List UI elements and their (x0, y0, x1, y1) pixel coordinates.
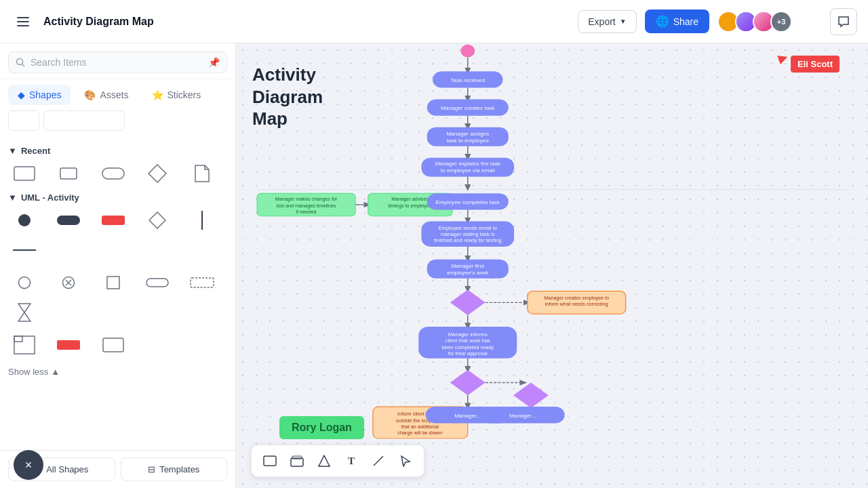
shape-pill[interactable] (97, 160, 130, 187)
svg-text:inform what needs correcting: inform what needs correcting (545, 302, 608, 307)
svg-text:manager stating task is: manager stating task is (441, 231, 495, 237)
recent-label: Recent (21, 146, 50, 156)
recent-section-header[interactable]: ▼ Recent (8, 146, 227, 156)
avatar-count[interactable]: +3 (770, 11, 792, 33)
svg-text:Manager assigns: Manager assigns (446, 131, 489, 137)
toolbar-select-button[interactable] (393, 449, 418, 473)
svg-rect-90 (264, 456, 276, 466)
export-label: Export (588, 16, 615, 27)
toolbar-shape-button[interactable] (311, 449, 337, 473)
svg-rect-56 (421, 221, 514, 246)
shape-square-sm[interactable] (97, 269, 130, 296)
svg-marker-21 (18, 304, 31, 321)
shape-circle-fill[interactable] (8, 207, 41, 234)
svg-text:Manager...: Manager... (454, 413, 481, 419)
shape-page[interactable] (186, 160, 218, 187)
show-less-button[interactable]: Show less ▲ (8, 364, 227, 382)
tab-shapes-label: Shapes (29, 89, 61, 100)
search-icon (16, 58, 25, 67)
filter-btn-2[interactable] (43, 110, 125, 131)
shape-vbar[interactable] (186, 207, 218, 234)
toolbar-stack-button[interactable] (284, 449, 310, 473)
shape-rect-dash[interactable] (186, 269, 218, 296)
svg-marker-65 (450, 290, 486, 315)
templates-label: Templates (159, 464, 199, 474)
svg-rect-49 (368, 193, 452, 216)
svg-rect-39 (421, 158, 514, 177)
svg-rect-22 (14, 336, 35, 354)
search-row: 📌 (8, 52, 227, 73)
page-title: Activity Diagram Map (43, 16, 570, 28)
shape-pill-sm[interactable] (141, 269, 174, 296)
tab-shapes[interactable]: ◆ Shapes (8, 85, 71, 105)
show-less-label: Show less (8, 367, 48, 377)
tab-assets[interactable]: 🎨 Assets (75, 85, 138, 105)
svg-rect-1 (17, 21, 29, 22)
recent-arrow-icon: ▼ (8, 146, 17, 156)
share-button[interactable]: 🌐 Share (645, 9, 709, 33)
shape-diamond-outline[interactable] (141, 207, 174, 234)
search-input[interactable] (31, 57, 203, 68)
svg-text:Manager creates task: Manager creates task (441, 106, 495, 112)
tab-stickers[interactable]: ⭐ Stickers (142, 85, 211, 105)
svg-rect-19 (146, 279, 168, 287)
shape-rect[interactable] (8, 160, 41, 187)
templates-button[interactable]: ⊟ Templates (121, 458, 228, 481)
templates-icon: ⊟ (148, 464, 155, 474)
shape-rect-red2[interactable] (52, 331, 85, 359)
export-button[interactable]: Export ▼ (578, 10, 636, 33)
shape-hbar[interactable] (8, 237, 41, 264)
svg-rect-32 (427, 99, 509, 115)
svg-marker-77 (450, 370, 486, 395)
filter-btn-1[interactable] (8, 110, 39, 131)
shape-rect-sm[interactable] (52, 160, 85, 187)
shape-circle-outline[interactable] (8, 269, 41, 296)
cursor-arrow-icon: ▶ (776, 49, 791, 66)
export-chevron-icon: ▼ (620, 18, 627, 25)
toolbar-text-button[interactable]: T (338, 449, 364, 473)
svg-text:employee's work: employee's work (447, 270, 488, 276)
toolbar-line-button[interactable] (366, 449, 391, 473)
svg-text:Manager...: Manager... (509, 413, 536, 419)
shape-frame-rect[interactable] (8, 331, 41, 359)
svg-rect-53 (427, 193, 509, 209)
canvas[interactable]: ▶ Eli Scott ActivityDiagramMap Task rece… (236, 43, 868, 488)
svg-rect-67 (528, 291, 626, 314)
svg-rect-20 (191, 278, 214, 287)
eli-cursor-area: ▶ Eli Scott (791, 56, 840, 73)
svg-text:Manager first: Manager first (452, 263, 485, 269)
close-button[interactable]: × (14, 450, 43, 480)
svg-text:Manager informs: Manager informs (448, 331, 488, 338)
uml-shapes-grid-2 (8, 269, 227, 326)
shape-rect-red[interactable] (97, 207, 130, 234)
menu-button[interactable] (11, 9, 35, 34)
uml-section-header[interactable]: ▼ UML - Activity (8, 192, 227, 203)
svg-rect-18 (107, 277, 119, 289)
svg-rect-61 (427, 260, 509, 279)
shapes-area: ▼ Recent (0, 135, 235, 450)
svg-rect-0 (17, 17, 29, 18)
svg-text:for their approval: for their approval (448, 350, 488, 357)
pin-button[interactable]: 📌 (208, 57, 220, 68)
svg-text:Task received: Task received (450, 78, 485, 84)
tab-stickers-label: Stickers (167, 89, 201, 100)
shape-x-circle[interactable] (52, 269, 85, 296)
shape-pill-dark[interactable] (52, 207, 85, 234)
svg-point-8 (18, 214, 31, 226)
svg-rect-10 (102, 216, 125, 225)
comment-button[interactable] (830, 8, 857, 35)
uml-shapes-grid-1 (8, 207, 227, 264)
svg-text:Inform client that it is: Inform client that it is (397, 411, 443, 416)
svg-text:Employee completes task: Employee completes task (436, 199, 500, 205)
shape-hourglass[interactable] (8, 299, 41, 326)
shape-diamond[interactable] (141, 160, 174, 187)
svg-text:if needed: if needed (296, 209, 317, 214)
avatar-group: +3 (717, 11, 792, 33)
svg-rect-44 (257, 193, 355, 216)
shape-rect-plain[interactable] (97, 331, 130, 359)
toolbar-rect-button[interactable] (257, 449, 283, 473)
svg-text:to employee via email: to employee via email (441, 168, 495, 174)
svg-text:been completed ready: been completed ready (441, 344, 494, 350)
stickers-icon: ⭐ (152, 89, 163, 100)
svg-text:timings to employee: timings to employee (389, 203, 433, 209)
